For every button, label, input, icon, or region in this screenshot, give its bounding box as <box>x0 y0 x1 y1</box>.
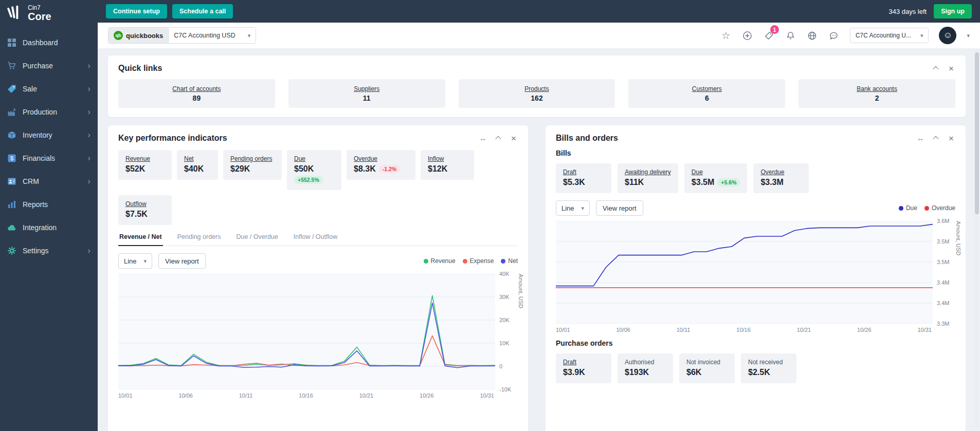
quick-links-card: Quick links × Chart of accounts 89 Suppl… <box>108 55 966 117</box>
x-axis-tick-label: 10/11 <box>677 327 691 333</box>
sidebar-item-purchase[interactable]: Purchase › <box>0 54 98 77</box>
sidebar-item-crm[interactable]: CRM › <box>0 170 98 193</box>
quick-links-title: Quick links <box>118 64 162 73</box>
chevron-down-icon[interactable]: ▾ <box>967 32 970 39</box>
app-logo[interactable]: Cin7 Core <box>0 0 98 28</box>
account-select[interactable]: C7C Accounting U... ▾ <box>850 28 929 43</box>
legend-item-net: Net <box>501 257 518 265</box>
resize-icon[interactable]: ↔ <box>479 134 487 142</box>
quick-link-label[interactable]: Customers <box>692 85 722 92</box>
bills-chart-type-select[interactable]: Line ▾ <box>556 200 590 216</box>
bills-controls: Line ▾ View report Due Overdue <box>546 193 966 216</box>
kpi-tile-link[interactable]: Outflow <box>125 200 165 208</box>
x-axis-tick-label: 10/01 <box>118 392 133 399</box>
star-icon[interactable]: ☆ <box>720 30 732 41</box>
kpi-tile-link[interactable]: Revenue <box>125 155 165 162</box>
price-tag-icon <box>7 84 16 93</box>
x-axis-tick-label: 10/16 <box>299 392 313 399</box>
chevron-down-icon: ▾ <box>582 205 585 212</box>
tab-inflow-outflow[interactable]: Inflow / Outflow <box>293 233 338 246</box>
kpi-chart-type-select[interactable]: Line ▾ <box>118 253 152 269</box>
entity-select[interactable]: C7C Accounting USD ▾ <box>168 28 256 43</box>
kpi-chart-plot <box>118 274 495 389</box>
kpi-tile-link[interactable]: Net <box>184 155 211 162</box>
vertical-scrollbar[interactable] <box>975 49 979 428</box>
kpi-delta-badge: -1.2% <box>379 165 400 173</box>
collapse-icon[interactable] <box>494 134 502 142</box>
sidebar-item-dashboard[interactable]: Dashboard <box>0 31 98 54</box>
bill-tile-value: $3.5M <box>692 178 714 187</box>
quick-link-label[interactable]: Products <box>524 85 549 92</box>
kpi-tile-link[interactable]: Overdue <box>354 155 408 162</box>
po-tile-link[interactable]: Draft <box>563 359 604 366</box>
close-icon[interactable]: × <box>510 134 518 142</box>
sidebar-item-production[interactable]: Production › <box>0 100 98 123</box>
bill-tile-value: $11K <box>625 178 671 187</box>
globe-icon[interactable] <box>807 30 818 41</box>
continue-setup-button[interactable]: Continue setup <box>106 4 167 18</box>
plus-circle-icon[interactable] <box>742 30 753 41</box>
po-tile-label: Not invoiced <box>686 359 728 366</box>
sign-up-button[interactable]: Sign up <box>934 4 972 18</box>
sidebar-item-sale[interactable]: Sale › <box>0 77 98 100</box>
quick-link-label[interactable]: Suppliers <box>354 85 379 92</box>
chevron-right-icon: › <box>87 177 90 185</box>
po-tile-value: $3.9K <box>563 368 604 377</box>
bills-chart-y-axis: 3.6M3.5M3.5M3.4M3.4M3.3M <box>933 221 954 324</box>
close-icon[interactable]: × <box>947 134 955 142</box>
bills-view-report-button[interactable]: View report <box>596 200 643 216</box>
bill-tile-link[interactable]: Due <box>692 168 740 176</box>
quick-link-value: 89 <box>193 94 201 102</box>
sidebar-item-inventory[interactable]: Inventory › <box>0 123 98 146</box>
bills-chart-x-axis: 10/0110/0610/1110/1610/2110/2610/31 <box>556 327 932 333</box>
kpi-tile-link[interactable]: Pending orders <box>230 155 275 162</box>
sidebar-item-reports[interactable]: Reports <box>0 193 98 216</box>
trial-days-left: 343 days left <box>888 8 927 15</box>
price-tag-icon[interactable]: 1 <box>764 30 775 41</box>
resize-icon[interactable]: ↔ <box>916 134 924 142</box>
kpi-view-report-button[interactable]: View report <box>158 253 206 269</box>
sidebar: Cin7 Core Dashboard Purchase › Sale › Pr… <box>0 0 98 431</box>
kpi-card: Key performance indicators ↔ × Revenue $… <box>108 125 528 431</box>
collapse-icon[interactable] <box>932 134 940 142</box>
quick-link-value: 6 <box>705 94 709 102</box>
quick-link-label[interactable]: Chart of accounts <box>172 85 221 92</box>
quick-link-value: 2 <box>875 94 879 102</box>
legend-label: Due <box>906 204 917 212</box>
sidebar-item-integration[interactable]: Integration <box>0 216 98 239</box>
kpi-tile-link[interactable]: Due <box>294 155 334 162</box>
quick-link-value: 11 <box>363 94 371 102</box>
sidebar-item-settings[interactable]: Settings › <box>0 239 98 262</box>
chevron-right-icon: › <box>87 130 90 139</box>
tab-due-overdue[interactable]: Due / Overdue <box>235 233 279 246</box>
subheader: qb quickbooks C7C Accounting USD ▾ ☆ 1 <box>98 23 980 48</box>
tab-revenue-net[interactable]: Revenue / Net <box>118 233 163 246</box>
series-line-net <box>118 303 495 368</box>
series-line-due <box>556 224 933 286</box>
sidebar-item-financials[interactable]: $ Financials › <box>0 146 98 170</box>
kpi-tile-value: $7.5K <box>125 210 165 219</box>
bill-tile-link[interactable]: Overdue <box>760 168 802 176</box>
y-axis-tick-label: 3.6M <box>937 218 949 224</box>
quick-link-label[interactable]: Bank accounts <box>857 85 897 92</box>
svg-text:$: $ <box>10 155 13 161</box>
x-axis-tick-label: 10/21 <box>797 327 811 333</box>
chat-icon[interactable] <box>828 30 840 41</box>
close-icon[interactable]: × <box>947 64 955 72</box>
bell-icon[interactable] <box>785 30 796 41</box>
collapse-icon[interactable] <box>932 64 940 72</box>
bill-tile-value: $5.3K <box>563 178 604 187</box>
kpi-tile-link[interactable]: Inflow <box>428 155 467 162</box>
quick-links-row: Chart of accounts 89 Suppliers 11 Produc… <box>108 73 966 108</box>
scrollbar-thumb[interactable] <box>975 52 979 214</box>
tab-pending-orders[interactable]: Pending orders <box>176 233 222 246</box>
sidebar-item-label: Dashboard <box>23 39 58 47</box>
sidebar-item-label: Purchase <box>23 62 53 70</box>
logo-line2: Core <box>28 11 51 22</box>
chevron-right-icon: › <box>87 61 90 70</box>
bill-tile-link[interactable]: Awaiting delivery <box>625 168 671 176</box>
bill-tile-link[interactable]: Draft <box>563 168 604 176</box>
legend-item-expense: Expense <box>463 257 494 265</box>
avatar[interactable]: ☺ <box>939 27 956 44</box>
schedule-call-button[interactable]: Schedule a call <box>172 4 233 18</box>
